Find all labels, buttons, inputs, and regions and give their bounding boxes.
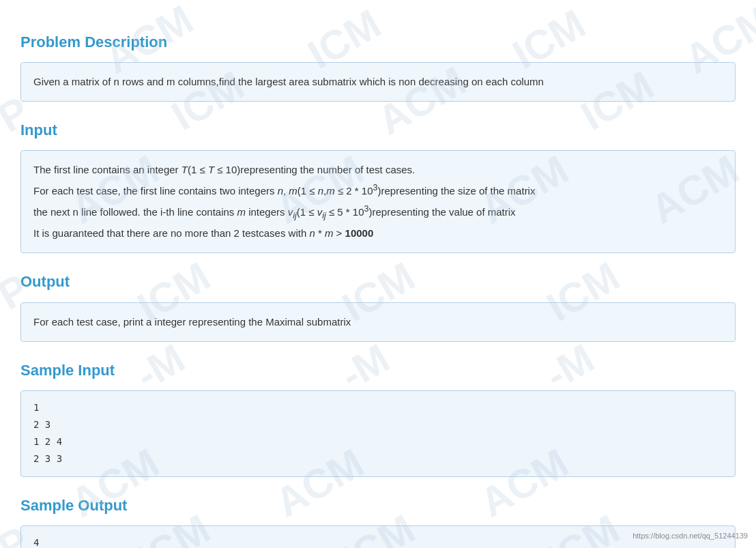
footer-url: https://blog.csdn.net/qq_51244139 [633,530,748,543]
sample-output-title: Sample Output [20,493,736,517]
input-box: The first line contains an integer T(1 ≤… [20,150,736,253]
output-text: For each test case, print a integer repr… [33,313,723,332]
sample-input-line-4: 2 3 3 [33,450,723,467]
input-line-3: the next n line followed. the i-th line … [33,201,723,224]
sample-input-section: Sample Input 1 2 3 1 2 4 2 3 3 [20,358,736,477]
output-section: Output For each test case, print a integ… [20,270,736,341]
sample-input-line-1: 1 [33,399,723,416]
output-box: For each test case, print a integer repr… [20,302,736,342]
input-line-2: For each test case, the first line conta… [33,179,723,201]
output-title: Output [20,270,736,293]
sample-output-section: Sample Output 4 [20,493,736,549]
input-line-4: It is guaranteed that there are no more … [33,224,723,243]
problem-description-box: Given a matrix of n rows and m columns,f… [20,62,736,102]
input-line-1: The first line contains an integer T(1 ≤… [33,160,723,179]
problem-description-text: Given a matrix of n rows and m columns,f… [33,72,723,91]
sample-input-box: 1 2 3 1 2 4 2 3 3 [20,390,736,477]
problem-description-title: Problem Description [20,30,736,54]
sample-input-line-2: 2 3 [33,416,723,433]
input-section: Input The first line contains an integer… [20,118,736,253]
sample-input-line-3: 1 2 4 [33,433,723,450]
sample-output-box: 4 [20,525,736,548]
problem-description-section: Problem Description Given a matrix of n … [20,30,736,102]
sample-output-line-1: 4 [33,534,723,548]
input-title: Input [20,118,736,142]
sample-input-title: Sample Input [20,358,736,382]
